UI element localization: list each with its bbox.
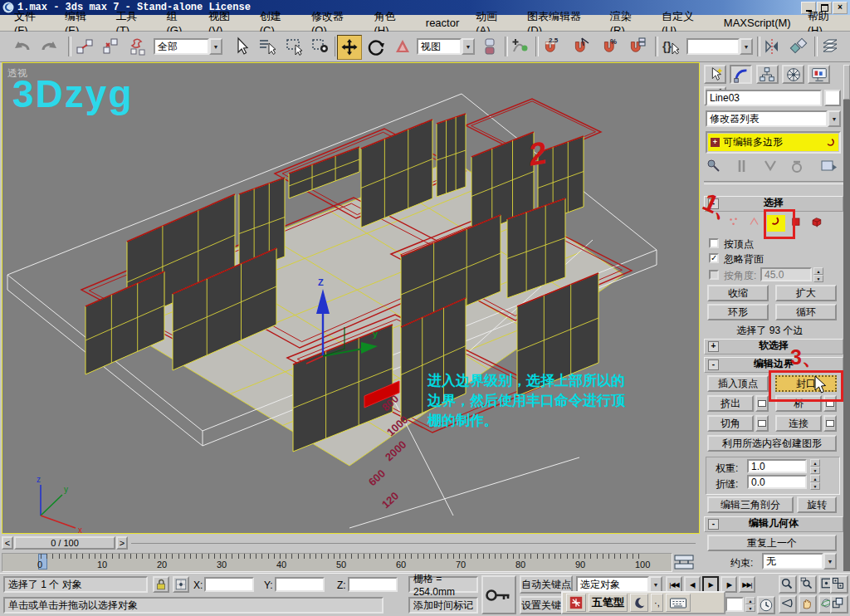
repeat-last-button[interactable]: 重复上一个: [707, 535, 837, 551]
chevron-down-icon[interactable]: [462, 38, 475, 55]
grow-button[interactable]: 扩大: [775, 285, 837, 301]
menu-item-13[interactable]: MAXScript(M): [716, 16, 799, 30]
panel-scrollbar[interactable]: [843, 65, 850, 571]
element-subobject-button[interactable]: [808, 215, 827, 232]
extrude-settings-button[interactable]: [755, 395, 769, 412]
rollout-header-soft-selection[interactable]: + 软选择: [704, 339, 843, 354]
object-name-field[interactable]: Line03: [706, 90, 822, 106]
undo-button[interactable]: [10, 35, 33, 58]
chamfer-button[interactable]: 切角: [707, 415, 754, 432]
edit-triangulation-button[interactable]: 编辑三角剖分: [707, 496, 794, 513]
y-coordinate-field[interactable]: [275, 577, 325, 592]
window-crossing-button[interactable]: [309, 35, 332, 58]
object-color-swatch[interactable]: [824, 90, 841, 106]
scrollbar-thumb[interactable]: [843, 65, 850, 100]
collapse-icon[interactable]: -: [708, 519, 719, 530]
absolute-mode-button[interactable]: [173, 576, 189, 593]
make-unique-button[interactable]: [762, 158, 779, 177]
create-shape-button[interactable]: 利用所选内容创建图形: [707, 435, 837, 452]
reference-coord-combo[interactable]: 视图: [417, 38, 475, 55]
by-vertex-checkbox[interactable]: [709, 238, 719, 248]
next-key-button[interactable]: |▶: [721, 576, 737, 593]
zoom-button[interactable]: [779, 575, 797, 594]
weight-spinner[interactable]: [810, 459, 820, 474]
bind-spacewarp-button[interactable]: [126, 35, 149, 58]
connect-settings-button[interactable]: [823, 415, 837, 432]
shrink-button[interactable]: 收缩: [707, 285, 769, 301]
selection-region-button[interactable]: [283, 35, 306, 58]
ime-toolbar[interactable]: 五笔型 ·,: [561, 591, 725, 614]
tab-display[interactable]: [808, 65, 830, 84]
play-button[interactable]: ▶: [702, 576, 719, 593]
go-to-start-button[interactable]: |◀◀: [666, 576, 682, 593]
percent-snap-button[interactable]: %: [598, 35, 622, 58]
border-subobject-button[interactable]: [767, 215, 785, 232]
angle-spinner[interactable]: [813, 267, 823, 282]
zoom-all-button[interactable]: [799, 575, 817, 594]
next-frame-button[interactable]: >: [116, 536, 128, 550]
by-angle-checkbox[interactable]: [709, 270, 719, 280]
bridge-button[interactable]: 桥: [775, 395, 822, 412]
time-slider-handle[interactable]: 0 / 100: [14, 536, 115, 550]
configure-modifier-sets-button[interactable]: [820, 158, 838, 177]
select-by-name-button[interactable]: [256, 35, 279, 58]
open-mini-curve-editor-button[interactable]: [674, 554, 696, 573]
selection-lock-button[interactable]: [153, 576, 169, 593]
ime-logo-icon[interactable]: [566, 594, 586, 612]
track-ruler[interactable]: 0102030405060708090100: [2, 553, 672, 572]
tab-modify[interactable]: [730, 65, 752, 84]
insert-vertex-button[interactable]: 插入顶点: [707, 375, 769, 392]
tab-create[interactable]: [704, 65, 726, 84]
select-move-button[interactable]: [337, 35, 362, 60]
align-button[interactable]: [787, 35, 810, 58]
select-scale-button[interactable]: [391, 35, 414, 58]
redo-button[interactable]: [38, 35, 61, 58]
remove-modifier-button[interactable]: [789, 158, 805, 177]
loop-button[interactable]: 循环: [775, 304, 837, 320]
weight-field[interactable]: 1.0: [747, 459, 807, 473]
chevron-down-icon[interactable]: [209, 38, 222, 55]
snap-toggle-button[interactable]: 2.5: [540, 35, 563, 58]
perspective-viewport[interactable]: Zy80010002000600120zyx 透视 3Dzyg 进入边界级别，选…: [2, 62, 700, 534]
ime-punctuation-icon[interactable]: ·,: [651, 594, 663, 612]
crease-spinner[interactable]: [810, 475, 820, 490]
stack-item-editable-poly[interactable]: + 可编辑多边形: [708, 134, 838, 151]
chevron-down-icon[interactable]: [740, 38, 753, 55]
z-coordinate-field[interactable]: [348, 577, 398, 592]
angle-field[interactable]: 45.0: [760, 267, 812, 281]
ignore-backfacing-checkbox[interactable]: ✓: [709, 253, 719, 263]
ime-keyboard-icon[interactable]: [666, 594, 691, 612]
turn-button[interactable]: 旋转: [797, 496, 837, 513]
crease-field[interactable]: 0.0: [747, 475, 807, 489]
named-selection-sets-button[interactable]: {}: [659, 35, 682, 58]
time-slider-groove[interactable]: [131, 543, 696, 544]
zoom-extents-all-button[interactable]: [830, 575, 848, 594]
go-to-end-button[interactable]: ▶▶|: [739, 576, 755, 593]
select-manipulate-button[interactable]: [509, 35, 532, 58]
tab-motion[interactable]: [782, 65, 804, 84]
named-selection-combo[interactable]: [686, 38, 753, 55]
collapse-icon[interactable]: -: [708, 198, 719, 209]
extrude-button[interactable]: 挤出: [707, 395, 754, 412]
select-link-button[interactable]: [73, 35, 96, 58]
unlink-button[interactable]: [100, 35, 123, 58]
time-configuration-button[interactable]: [757, 596, 775, 614]
key-filter-combo[interactable]: 选定对象: [576, 576, 662, 593]
selection-filter-combo[interactable]: 全部: [154, 38, 222, 55]
field-of-view-button[interactable]: [779, 595, 797, 614]
chamfer-settings-button[interactable]: [755, 415, 769, 432]
rollout-header-selection[interactable]: - 选择: [704, 196, 843, 212]
menu-item-8[interactable]: reactor: [418, 16, 467, 30]
show-end-result-button[interactable]: [734, 158, 750, 177]
rollout-header-edit-geometry[interactable]: - 编辑几何体: [704, 516, 843, 532]
constraints-combo[interactable]: 无: [762, 553, 837, 570]
pivot-center-button[interactable]: [478, 35, 501, 58]
previous-key-button[interactable]: ◀|: [684, 576, 701, 593]
chevron-down-icon[interactable]: [828, 110, 841, 127]
spinner-snap-button[interactable]: [625, 35, 648, 58]
connect-button[interactable]: 连接: [775, 415, 822, 432]
current-frame-field[interactable]: [725, 597, 744, 612]
ime-name[interactable]: 五笔型: [589, 594, 628, 612]
viewport-canvas[interactable]: Zy80010002000600120zyx: [2, 63, 699, 533]
select-object-button[interactable]: [229, 35, 252, 58]
